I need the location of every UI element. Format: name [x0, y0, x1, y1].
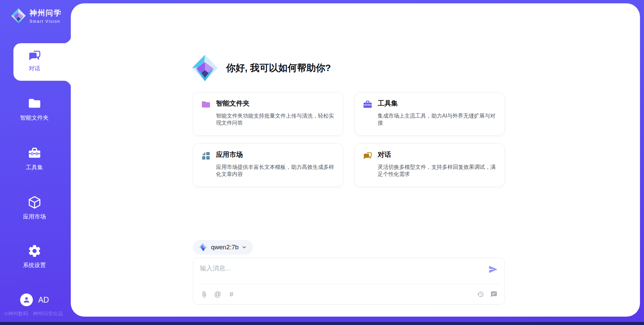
toolbox-icon: [363, 100, 373, 110]
send-icon: [488, 265, 498, 274]
card-title: 对话: [378, 150, 391, 159]
card-title: 智能文件夹: [216, 99, 250, 108]
card-title: 应用市场: [216, 150, 243, 159]
card-chat[interactable]: 对话 灵活切换多模型文件，支持多样回复效果调试，满足个性化需求: [355, 143, 505, 187]
sidebar-item-label: 对话: [13, 65, 55, 72]
new-chat-button[interactable]: [490, 290, 498, 298]
brand-logo-icon: [191, 54, 219, 82]
chat-icon: [28, 49, 42, 63]
history-icon: [477, 291, 484, 298]
user-name: AD: [38, 296, 49, 305]
tab-fillet-top: [63, 35, 71, 43]
card-desc: 智能文件夹功能支持批量文件上传与清洗，轻松实现文件问答: [216, 112, 335, 126]
cube-icon: [28, 195, 42, 209]
send-button[interactable]: [488, 265, 498, 274]
sidebar-item-app-market[interactable]: 应用市场: [0, 195, 69, 220]
sidebar-item-label: 系统设置: [0, 261, 69, 269]
user-profile[interactable]: AD: [20, 294, 49, 306]
greeting: 你好, 我可以如何帮助你?: [191, 54, 331, 82]
user-icon: [22, 296, 31, 304]
chat-icon: [363, 151, 373, 161]
card-toolset[interactable]: 工具集 集成市场上主流工具，助力AI与外界无缝扩展与对接: [355, 92, 505, 136]
brand-logo-icon: [199, 243, 208, 252]
app-root: 神州问学 Smart Vision 对话 智能文件夹 工具集: [0, 0, 644, 325]
sidebar-item-label: 应用市场: [0, 213, 69, 220]
brand-title: 神州问学: [30, 8, 62, 18]
folder-icon: [201, 100, 211, 110]
sidebar-item-smart-folder[interactable]: 智能文件夹: [0, 96, 69, 122]
sidebar-item-label: 智能文件夹: [0, 114, 69, 122]
attach-file-button[interactable]: [200, 290, 208, 298]
card-desc: 应用市场提供丰富长文本模板，助力高效生成多样化文章内容: [216, 164, 335, 178]
comment-icon: [490, 291, 497, 298]
copyright-text: ©神州数码 · 神州问学出品: [4, 311, 78, 317]
bottom-strip: [0, 322, 644, 325]
gear-icon: [28, 244, 42, 258]
sidebar-item-toolset[interactable]: 工具集: [0, 146, 69, 171]
folder-icon: [28, 96, 42, 111]
topic-button[interactable]: #: [227, 290, 235, 298]
model-name: qwen2:7b: [211, 244, 238, 251]
card-title: 工具集: [378, 99, 398, 108]
composer-divider: [198, 284, 500, 284]
sidebar-item-chat-active[interactable]: 对话: [13, 43, 71, 81]
hash-icon: #: [229, 290, 233, 298]
card-smart-folder[interactable]: 智能文件夹 智能文件夹功能支持批量文件上传与清洗，轻松实现文件问答: [193, 92, 343, 136]
mention-button[interactable]: @: [214, 290, 222, 298]
sidebar-item-settings[interactable]: 系统设置: [0, 244, 69, 269]
tab-fillet-bottom: [63, 81, 71, 89]
brand-logo-icon: [11, 7, 26, 24]
model-selector[interactable]: qwen2:7b: [193, 240, 253, 255]
card-desc: 灵活切换多模型文件，支持多样回复效果调试，满足个性化需求: [378, 164, 497, 178]
brand: 神州问学 Smart Vision: [11, 7, 62, 24]
greeting-title: 你好, 我可以如何帮助你?: [226, 62, 331, 74]
composer: @ #: [193, 258, 505, 305]
card-desc: 集成市场上主流工具，助力AI与外界无缝扩展与对接: [378, 112, 497, 126]
avatar: [20, 294, 33, 306]
grid-icon: [201, 151, 211, 161]
message-input[interactable]: [200, 263, 475, 273]
paperclip-icon: [201, 291, 208, 298]
history-button[interactable]: [476, 290, 484, 298]
card-app-market[interactable]: 应用市场 应用市场提供丰富长文本模板，助力高效生成多样化文章内容: [193, 143, 343, 187]
chevron-down-icon: [241, 245, 247, 250]
at-icon: @: [214, 290, 221, 298]
brand-subtitle: Smart Vision: [30, 19, 62, 24]
toolbox-icon: [28, 146, 42, 160]
sidebar-item-label: 工具集: [0, 164, 69, 171]
